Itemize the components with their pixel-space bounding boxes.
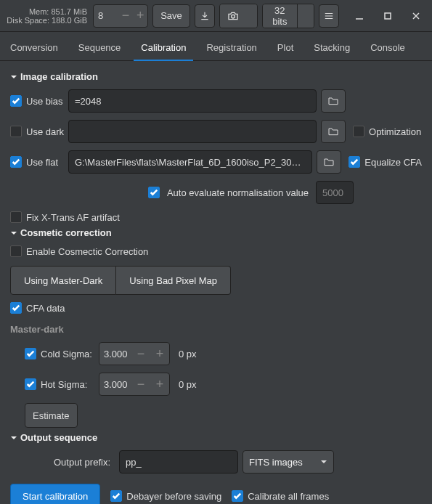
image-calibration-header[interactable]: Image calibration xyxy=(10,71,422,82)
fix-xtrans-checkbox[interactable] xyxy=(10,211,22,223)
spinner-decrement[interactable]: − xyxy=(131,343,150,365)
save-button[interactable]: Save xyxy=(152,4,190,28)
hamburger-menu[interactable] xyxy=(319,4,339,28)
auto-eval-value xyxy=(316,181,354,204)
equalize-cfa-checkbox[interactable] xyxy=(349,156,360,168)
dark-input[interactable] xyxy=(68,120,317,143)
expander-icon xyxy=(10,73,17,81)
enable-cosmetic-checkbox[interactable] xyxy=(10,245,22,257)
bitdepth-menu[interactable] xyxy=(298,4,314,28)
snapshot-menu[interactable] xyxy=(246,4,258,28)
output-prefix-label: Output prefix: xyxy=(10,457,115,468)
spinner-decrement[interactable]: − xyxy=(131,373,150,395)
tab-registration[interactable]: Registration xyxy=(196,35,266,60)
cold-sigma-label: Cold Sigma: xyxy=(41,349,94,359)
cold-sigma-input[interactable] xyxy=(99,349,131,359)
folder-icon xyxy=(327,95,339,107)
use-dark-label: Use dark xyxy=(26,126,64,137)
hot-sigma-input[interactable] xyxy=(99,379,131,390)
cosmetic-correction-title: Cosmetic correction xyxy=(20,227,112,238)
calibrate-all-label: Calibrate all frames xyxy=(248,491,329,502)
tab-console[interactable]: Console xyxy=(360,35,415,60)
optimization-label: Optimization xyxy=(369,126,421,137)
frame-spinner-input[interactable] xyxy=(94,10,118,21)
download-icon xyxy=(200,11,210,21)
hot-sigma-spinner[interactable]: − + xyxy=(99,373,170,396)
svg-rect-1 xyxy=(385,13,391,19)
cosmetic-correction-header[interactable]: Cosmetic correction xyxy=(10,227,422,238)
estimate-button[interactable]: Estimate xyxy=(25,403,78,428)
bitdepth-group: 32 bits xyxy=(262,4,314,28)
enable-cosmetic-label: Enable Cosmectic Correction xyxy=(26,246,148,257)
minimize-icon xyxy=(355,12,364,20)
bias-browse-button[interactable] xyxy=(321,89,346,113)
auto-eval-label: Auto evaluate normalisation value xyxy=(167,187,309,198)
output-sequence-title: Output sequence xyxy=(20,432,97,443)
master-dark-heading: Master-dark xyxy=(10,324,422,335)
disk-label: Disk Space: 188.0 GiB xyxy=(7,16,87,25)
output-format-dropdown[interactable]: FITS images xyxy=(243,450,334,473)
flat-browse-button[interactable] xyxy=(317,150,341,174)
tab-sequence[interactable]: Sequence xyxy=(68,35,131,60)
cold-sigma-spinner[interactable]: − + xyxy=(99,342,170,365)
expander-icon xyxy=(10,229,17,237)
spinner-increment[interactable]: + xyxy=(150,343,169,365)
main-tabs: Conversion Sequence Calibration Registra… xyxy=(0,32,432,61)
tab-conversion[interactable]: Conversion xyxy=(0,35,68,60)
snapshot-group xyxy=(219,4,258,28)
camera-icon xyxy=(227,10,239,22)
svg-point-0 xyxy=(231,15,235,18)
frame-spinner[interactable]: − + xyxy=(93,4,148,28)
hot-sigma-px: 0 px xyxy=(179,379,197,390)
close-button[interactable] xyxy=(404,3,428,28)
maximize-button[interactable] xyxy=(375,3,399,28)
folder-icon xyxy=(323,156,335,168)
bias-input[interactable] xyxy=(68,89,317,113)
use-flat-checkbox[interactable] xyxy=(10,156,22,168)
cold-sigma-checkbox[interactable] xyxy=(25,348,36,359)
download-button[interactable] xyxy=(195,4,215,28)
hamburger-icon xyxy=(324,11,334,21)
close-icon xyxy=(412,12,420,20)
equalize-cfa-label: Equalize CFA xyxy=(364,157,422,168)
tab-calibration[interactable]: Calibration xyxy=(131,35,196,60)
spinner-increment[interactable]: + xyxy=(133,5,147,27)
spinner-increment[interactable]: + xyxy=(150,373,169,395)
mem-label: Mem: 851.7 MiB xyxy=(29,7,87,16)
hot-sigma-label: Hot Sigma: xyxy=(41,379,94,390)
chevron-down-icon xyxy=(320,458,327,466)
calibrate-all-checkbox[interactable] xyxy=(232,490,243,502)
debayer-label: Debayer before saving xyxy=(126,491,221,502)
output-format-value: FITS images xyxy=(249,457,303,468)
spinner-decrement[interactable]: − xyxy=(118,5,133,27)
use-flat-label: Use flat xyxy=(26,157,58,168)
using-bad-pixel-map-toggle[interactable]: Using Bad Pixel Map xyxy=(116,266,231,295)
output-sequence-header[interactable]: Output sequence xyxy=(10,432,422,443)
start-calibration-button[interactable]: Start calibration xyxy=(10,484,100,504)
fix-xtrans-label: Fix X-Trans AF artifact xyxy=(26,212,120,223)
use-bias-label: Use bias xyxy=(26,96,63,107)
image-calibration-title: Image calibration xyxy=(20,71,98,82)
minimize-button[interactable] xyxy=(348,3,372,28)
snapshot-button[interactable] xyxy=(220,4,246,28)
maximize-icon xyxy=(384,12,391,20)
debayer-checkbox[interactable] xyxy=(110,490,122,502)
auto-eval-checkbox[interactable] xyxy=(148,187,160,198)
expander-icon xyxy=(10,434,17,442)
optimization-checkbox[interactable] xyxy=(353,126,364,137)
dark-browse-button[interactable] xyxy=(321,120,346,143)
tab-plot[interactable]: Plot xyxy=(267,35,303,60)
use-bias-checkbox[interactable] xyxy=(10,95,22,107)
top-toolbar: Mem: 851.7 MiB Disk Space: 188.0 GiB − +… xyxy=(0,0,432,32)
folder-icon xyxy=(327,126,339,137)
bitdepth-button[interactable]: 32 bits xyxy=(263,4,297,28)
output-prefix-input[interactable] xyxy=(119,450,238,473)
tab-stacking[interactable]: Stacking xyxy=(303,35,360,60)
cfa-data-checkbox[interactable] xyxy=(10,302,22,314)
hot-sigma-checkbox[interactable] xyxy=(25,378,36,390)
use-dark-checkbox[interactable] xyxy=(10,126,22,137)
using-master-dark-toggle[interactable]: Using Master-Dark xyxy=(10,266,116,295)
flat-input[interactable] xyxy=(68,150,312,174)
cold-sigma-px: 0 px xyxy=(179,349,197,359)
resource-info: Mem: 851.7 MiB Disk Space: 188.0 GiB xyxy=(4,7,89,25)
